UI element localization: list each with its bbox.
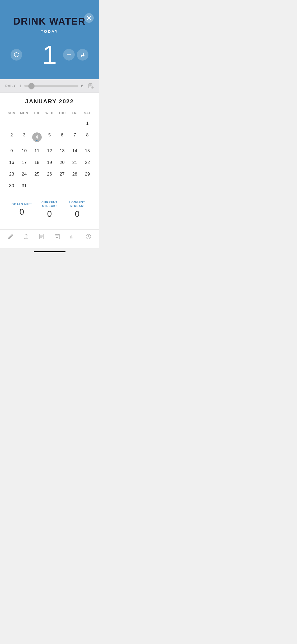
calendar-day[interactable]: 27: [56, 169, 68, 180]
current-streak-value: 0: [47, 209, 52, 219]
counter-row: 1: [5, 42, 94, 68]
nav-notes-button[interactable]: [38, 233, 45, 240]
calendar-day[interactable]: [56, 118, 68, 129]
day-header-sun: SUN: [5, 110, 18, 116]
daily-slider[interactable]: [24, 85, 78, 87]
calendar-day[interactable]: 5: [43, 130, 56, 145]
home-indicator: [34, 251, 65, 252]
day-header-sat: SAT: [81, 110, 94, 116]
calendar-day[interactable]: [31, 181, 43, 191]
svg-rect-3: [55, 234, 60, 239]
goals-met-label: GOALS MET:: [12, 202, 32, 206]
habit-title: DRINK WATER: [13, 16, 86, 27]
add-note-button[interactable]: [88, 83, 94, 89]
svg-rect-5: [57, 237, 58, 238]
day-header-tue: TUE: [31, 110, 43, 116]
calendar-day[interactable]: [18, 118, 31, 129]
day-header-wed: WED: [43, 110, 56, 116]
calendar-day[interactable]: 18: [31, 157, 43, 168]
svg-rect-4: [56, 237, 57, 238]
calendar-day[interactable]: 22: [81, 157, 94, 168]
calendar-day[interactable]: [81, 181, 94, 191]
daily-label: DAILY:: [5, 84, 17, 88]
calendar-icon: [54, 233, 61, 240]
calendar-day[interactable]: 6: [56, 130, 68, 145]
calendar-day[interactable]: 10: [18, 146, 31, 156]
calendar-grid: SUN MON TUE WED THU FRI SAT 1 2 3 4: [5, 110, 94, 191]
nav-clock-button[interactable]: [85, 233, 92, 240]
current-streak-label: CURRENT STREAK:: [36, 200, 63, 208]
close-button[interactable]: [84, 13, 94, 23]
calendar-day[interactable]: 1: [81, 118, 94, 129]
pencil-icon: [7, 233, 14, 240]
calendar-month: JANUARY 2022: [5, 98, 94, 105]
slider-thumb: [29, 83, 34, 89]
calendar-day[interactable]: 9: [5, 146, 18, 156]
calendar-header-row: SUN MON TUE WED THU FRI SAT: [5, 110, 94, 116]
calendar-day[interactable]: 12: [43, 146, 56, 156]
calendar-day[interactable]: 8: [81, 130, 94, 145]
calendar-day[interactable]: [5, 118, 18, 129]
daily-bar: DAILY: 1 6: [0, 79, 99, 93]
calendar-day[interactable]: 30: [5, 181, 18, 191]
calendar-day[interactable]: 20: [56, 157, 68, 168]
nav-share-button[interactable]: [22, 233, 30, 240]
calendar-day[interactable]: [31, 118, 43, 129]
calendar-day[interactable]: 2: [5, 130, 18, 145]
calendar-day[interactable]: [68, 181, 81, 191]
goals-met-stat: GOALS MET: 0: [8, 202, 36, 217]
reset-button[interactable]: [11, 49, 22, 61]
set-value-button[interactable]: [77, 49, 88, 61]
calendar-day[interactable]: 25: [31, 169, 43, 180]
goals-met-value: 0: [20, 207, 24, 217]
calendar-day[interactable]: 13: [56, 146, 68, 156]
share-icon: [22, 233, 30, 240]
calendar-week-4: 16 17 18 19 20 21 22: [5, 157, 94, 168]
calendar-day[interactable]: 15: [81, 146, 94, 156]
calendar-section: JANUARY 2022 SUN MON TUE WED THU FRI SAT…: [0, 93, 99, 229]
calendar-day[interactable]: [68, 118, 81, 129]
nav-calendar-button[interactable]: [54, 233, 61, 240]
longest-streak-stat: LONGEST STREAK: 0: [63, 200, 91, 219]
current-streak-stat: CURRENT STREAK: 0: [36, 200, 63, 219]
day-header-mon: MON: [18, 110, 31, 116]
longest-streak-value: 0: [75, 209, 80, 219]
calendar-day[interactable]: 7: [68, 130, 81, 145]
calendar-day[interactable]: [43, 181, 56, 191]
calendar-day[interactable]: 28: [68, 169, 81, 180]
nav-chart-button[interactable]: [69, 233, 77, 240]
calendar-week-6: 30 31: [5, 181, 94, 191]
notes-icon: [38, 233, 45, 240]
calendar-day[interactable]: 23: [5, 169, 18, 180]
bottom-nav: [0, 229, 99, 248]
calendar-day[interactable]: 29: [81, 169, 94, 180]
day-header-fri: FRI: [68, 110, 81, 116]
calendar-day[interactable]: 17: [18, 157, 31, 168]
chart-icon: [69, 233, 77, 240]
calendar-day[interactable]: 26: [43, 169, 56, 180]
calendar-week-1: 1: [5, 118, 94, 129]
stats-row: GOALS MET: 0 CURRENT STREAK: 0 LONGEST S…: [5, 194, 94, 224]
daily-max: 6: [81, 84, 83, 88]
calendar-day-today[interactable]: 4: [31, 130, 43, 145]
calendar-day[interactable]: 3: [18, 130, 31, 145]
today-label: TODAY: [41, 29, 58, 34]
calendar-day[interactable]: [43, 118, 56, 129]
increment-button[interactable]: [63, 49, 75, 61]
daily-min: 1: [20, 84, 22, 88]
longest-streak-label: LONGEST STREAK:: [63, 200, 91, 208]
calendar-week-3: 9 10 11 12 13 14 15: [5, 146, 94, 156]
calendar-day[interactable]: [56, 181, 68, 191]
calendar-day[interactable]: 21: [68, 157, 81, 168]
calendar-day[interactable]: 11: [31, 146, 43, 156]
calendar-day[interactable]: 24: [18, 169, 31, 180]
calendar-week-5: 23 24 25 26 27 28 29: [5, 169, 94, 180]
action-buttons: [63, 49, 88, 61]
calendar-day[interactable]: 19: [43, 157, 56, 168]
calendar-day[interactable]: 14: [68, 146, 81, 156]
calendar-day[interactable]: 16: [5, 157, 18, 168]
calendar-day[interactable]: 31: [18, 181, 31, 191]
day-header-thu: THU: [56, 110, 68, 116]
nav-edit-button[interactable]: [7, 233, 14, 240]
clock-icon: [85, 233, 92, 240]
